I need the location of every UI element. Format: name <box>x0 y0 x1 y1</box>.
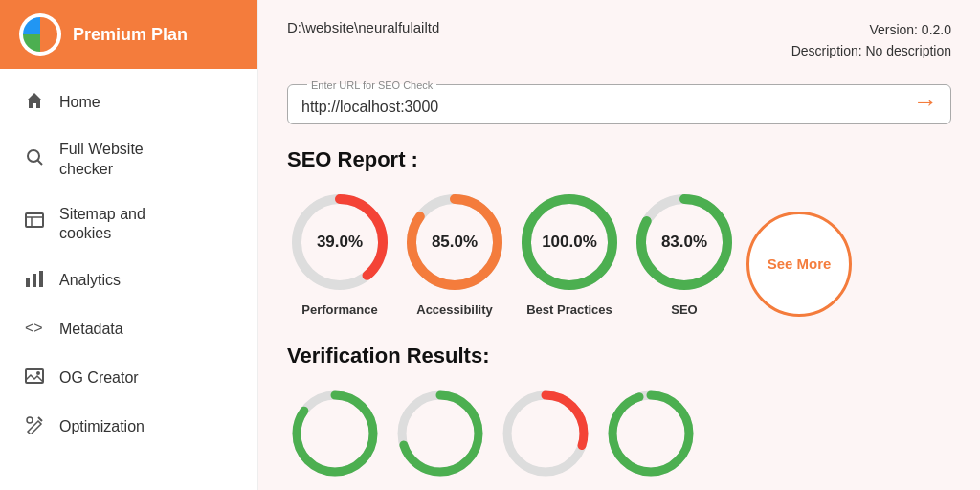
gauge-canvas-seo: 83.0% <box>632 189 737 295</box>
metadata-icon: <> <box>23 318 46 342</box>
version-text: Version: 0.2.0 <box>791 19 951 40</box>
verif-gauge-v4 <box>603 386 699 481</box>
gauge-label-performance: Performance <box>301 302 377 317</box>
home-icon <box>23 91 46 115</box>
url-input[interactable] <box>301 99 902 116</box>
verif-gauge-v3 <box>498 386 593 481</box>
sitemap-cookies-icon <box>23 212 46 236</box>
verif-svg-v3 <box>498 386 593 481</box>
file-path: D:\website\neuralfulailtd <box>287 19 439 35</box>
sidebar-item-optimization[interactable]: Optimization <box>0 403 257 452</box>
gauge-best-practices: 100.0% Best Practices <box>517 189 622 317</box>
svg-rect-7 <box>33 274 36 287</box>
verif-gauge-v1 <box>287 386 383 481</box>
sidebar: Premium Plan HomeFull Website checkerSit… <box>0 0 258 490</box>
url-fieldset: Enter URL for SEO Check <box>287 79 951 124</box>
svg-point-12 <box>27 417 33 423</box>
version-info: Version: 0.2.0 Description: No descripti… <box>791 19 951 62</box>
sidebar-item-sitemap-cookies-label: Sitemap and cookies <box>59 205 145 245</box>
svg-line-2 <box>38 161 43 166</box>
sidebar-item-og-creator-label: OG Creator <box>59 368 139 389</box>
svg-rect-10 <box>26 369 43 383</box>
description-text: Description: No description <box>791 40 951 61</box>
url-input-area: Enter URL for SEO Check → <box>287 79 951 124</box>
gauge-canvas-performance: 39.0% <box>287 189 392 295</box>
see-more-item: See More <box>746 212 852 317</box>
sidebar-item-og-creator[interactable]: OG Creator <box>0 354 257 403</box>
sidebar-item-analytics-label: Analytics <box>59 271 121 291</box>
gauge-performance: 39.0% Performance <box>287 189 392 317</box>
url-submit-button[interactable]: → <box>913 89 938 114</box>
sidebar-item-optimization-label: Optimization <box>59 417 145 437</box>
gauge-label-best-practices: Best Practices <box>526 302 612 317</box>
verif-canvas-v2 <box>392 386 488 481</box>
sidebar-item-metadata[interactable]: <>Metadata <box>0 305 257 354</box>
gauge-value-performance: 39.0% <box>317 233 363 252</box>
sidebar-item-analytics[interactable]: Analytics <box>0 256 257 305</box>
plan-label: Premium Plan <box>73 25 188 45</box>
seo-gauges-row: 39.0% Performance 85.0% Accessibility 10… <box>287 189 951 317</box>
full-website-checker-icon <box>23 147 46 171</box>
svg-rect-8 <box>39 271 43 287</box>
verif-svg-v2 <box>392 386 488 481</box>
svg-point-11 <box>36 371 40 375</box>
main-content: D:\website\neuralfulailtd Version: 0.2.0… <box>258 0 980 490</box>
verification-gauges-row <box>287 386 951 481</box>
verif-svg-v1 <box>287 386 383 481</box>
sidebar-item-metadata-label: Metadata <box>59 320 123 340</box>
gauge-value-seo: 83.0% <box>661 233 707 252</box>
svg-marker-0 <box>27 93 42 108</box>
og-creator-icon <box>23 367 46 390</box>
verif-canvas-v4 <box>603 386 699 481</box>
verif-gauge-v2 <box>392 386 488 481</box>
url-input-label: Enter URL for SEO Check <box>307 79 436 91</box>
sidebar-item-home-label: Home <box>59 93 100 113</box>
logo <box>19 13 61 56</box>
sidebar-nav: HomeFull Website checkerSitemap and cook… <box>0 69 257 490</box>
verif-canvas-v3 <box>498 386 593 481</box>
gauge-value-best-practices: 100.0% <box>542 233 597 252</box>
logo-icon <box>23 17 57 52</box>
verif-canvas-v1 <box>287 386 383 481</box>
sidebar-item-full-website-checker-label: Full Website checker <box>59 140 144 180</box>
sidebar-item-sitemap-cookies[interactable]: Sitemap and cookies <box>0 192 257 257</box>
optimization-icon <box>23 415 46 439</box>
analytics-icon <box>23 269 46 293</box>
svg-rect-3 <box>26 213 43 227</box>
gauge-seo: 83.0% SEO <box>632 189 737 317</box>
svg-point-1 <box>28 150 39 162</box>
see-more-button[interactable]: See More <box>746 212 852 317</box>
gauge-canvas-best-practices: 100.0% <box>517 189 622 295</box>
gauge-canvas-accessibility: 85.0% <box>402 189 507 295</box>
gauge-accessibility: 85.0% Accessibility <box>402 189 507 317</box>
gauge-label-seo: SEO <box>671 302 697 317</box>
gauge-value-accessibility: 85.0% <box>432 233 478 252</box>
top-bar: D:\website\neuralfulailtd Version: 0.2.0… <box>287 19 951 62</box>
sidebar-item-home[interactable]: Home <box>0 78 257 127</box>
sidebar-header: Premium Plan <box>0 0 257 69</box>
verif-svg-v4 <box>603 386 699 481</box>
sidebar-item-full-website-checker[interactable]: Full Website checker <box>0 127 257 192</box>
svg-rect-6 <box>26 278 30 287</box>
verif-fill-v4 <box>612 395 689 472</box>
verification-title: Verification Results: <box>287 344 951 368</box>
seo-report-title: SEO Report : <box>287 147 951 172</box>
svg-text:<>: <> <box>25 320 43 336</box>
gauge-label-accessibility: Accessibility <box>416 302 493 317</box>
